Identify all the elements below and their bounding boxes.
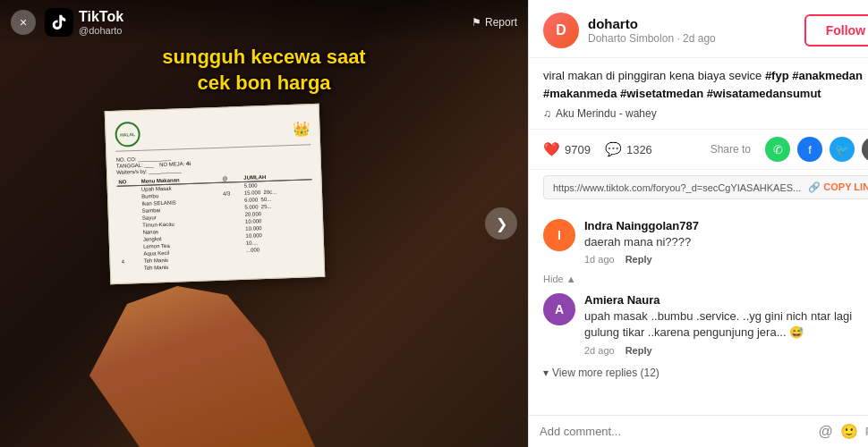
music-icon: ♫ bbox=[543, 107, 551, 120]
receipt-image: HALAL 👑 NO. CO: ___________ TANGGAL: ___… bbox=[105, 104, 326, 284]
comment-time: 2d ago bbox=[584, 345, 615, 356]
tiktok-handle: @doharto bbox=[79, 25, 123, 36]
reply-button[interactable]: Reply bbox=[625, 254, 652, 265]
follow-button[interactable]: Follow bbox=[804, 14, 868, 46]
user-info: doharto Doharto Simbolon · 2d ago bbox=[588, 16, 804, 45]
user-avatar: D bbox=[543, 13, 579, 48]
share-icons: ✆ f 🐦 ◎ bbox=[765, 137, 868, 162]
report-button[interactable]: ⚑ Report bbox=[472, 16, 517, 29]
copy-link-button[interactable]: 🔗 COPY LINK bbox=[808, 181, 868, 193]
comment-body: Indra Nainggolan787 daerah mana ni???? 1… bbox=[584, 219, 866, 265]
share-twitter-button[interactable]: 🐦 bbox=[830, 137, 855, 162]
share-link-row: https://www.tiktok.com/foryou?_d=secCgYI… bbox=[543, 175, 868, 199]
crown-icon: 👑 bbox=[292, 120, 311, 138]
stats-row: ❤️ 9709 💬 1326 Share to ✆ f 🐦 ◎ bbox=[529, 130, 868, 170]
hand-overlay bbox=[89, 268, 340, 447]
flag-icon: ⚑ bbox=[472, 16, 481, 29]
user-subtitle: Doharto Simbolon · 2d ago bbox=[588, 32, 804, 45]
user-header: D doharto Doharto Simbolon · 2d ago Foll… bbox=[529, 0, 868, 58]
tiktok-brand-name: TikTok bbox=[79, 9, 123, 25]
caption-text: viral makan di pinggiran kena biaya sevi… bbox=[543, 67, 868, 102]
reply-button[interactable]: Reply bbox=[625, 345, 652, 356]
share-label: Share to bbox=[711, 143, 751, 156]
mention-icon[interactable]: @ bbox=[819, 424, 833, 440]
video-panel: × TikTok @doharto ⚑ Report sungguh k bbox=[0, 0, 528, 447]
caption-area: viral makan di pinggiran kena biaya sevi… bbox=[529, 58, 868, 130]
comment-count: 1326 bbox=[626, 143, 652, 156]
right-panel: D doharto Doharto Simbolon · 2d ago Foll… bbox=[528, 0, 868, 447]
heart-icon: ❤️ bbox=[543, 141, 560, 157]
chevron-right-icon: ❯ bbox=[496, 215, 507, 232]
comment-text: upah masak ..bumbu .service. ..yg gini n… bbox=[584, 308, 863, 341]
comment-input-row: @ 🙂 Post bbox=[529, 415, 868, 447]
comment-item: I Indra Nainggolan787 daerah mana ni????… bbox=[529, 212, 868, 272]
music-line: ♫ Aku Merindu - wahey bbox=[543, 107, 868, 120]
comment-username: Amiera Naura bbox=[584, 293, 863, 307]
share-more-button[interactable]: ◎ bbox=[862, 137, 868, 162]
close-icon: × bbox=[20, 15, 27, 30]
music-text: Aku Merindu - wahey bbox=[556, 107, 657, 120]
tiktok-logo-area: TikTok @doharto bbox=[45, 8, 123, 37]
receipt-info: NO. CO: ___________ TANGGAL: ___ NO MEJA… bbox=[115, 150, 311, 175]
view-more-replies-button[interactable]: ▾ View more replies (12) bbox=[529, 363, 868, 383]
comment-time: 1d ago bbox=[584, 254, 615, 265]
comment-avatar: A bbox=[543, 293, 575, 325]
chevron-down-icon: ▾ bbox=[543, 367, 549, 379]
close-button[interactable]: × bbox=[11, 10, 36, 35]
username: doharto bbox=[588, 16, 804, 31]
hide-button[interactable]: Hide ▲ bbox=[529, 272, 868, 286]
comment-body: Amiera Naura upah masak ..bumbu .service… bbox=[584, 293, 863, 355]
receipt-table: NOMenu Makanan@JUMLAH Upah Masak5.000 Bu… bbox=[116, 172, 315, 273]
comment-meta: 2d ago Reply bbox=[584, 345, 863, 356]
comment-input[interactable] bbox=[540, 425, 812, 438]
halal-badge: HALAL bbox=[115, 122, 140, 148]
comments-area: I Indra Nainggolan787 daerah mana ni????… bbox=[529, 205, 868, 415]
tiktok-icon bbox=[45, 8, 73, 37]
video-overlay-text: sungguh kecewa saat cek bon harga bbox=[0, 45, 528, 96]
comment-meta: 1d ago Reply bbox=[584, 254, 866, 265]
comment-username: Indra Nainggolan787 bbox=[584, 219, 866, 232]
like-stat[interactable]: ❤️ 9709 bbox=[543, 141, 591, 157]
share-link-text: https://www.tiktok.com/foryou?_d=secCgYI… bbox=[553, 182, 801, 193]
comment-stat[interactable]: 💬 1326 bbox=[605, 141, 652, 157]
comment-icon: 💬 bbox=[605, 141, 622, 157]
like-count: 9709 bbox=[565, 143, 591, 156]
comment-item: A Amiera Naura upah masak ..bumbu .servi… bbox=[529, 286, 868, 362]
next-video-button[interactable]: ❯ bbox=[485, 207, 517, 240]
video-background: × TikTok @doharto ⚑ Report sungguh k bbox=[0, 0, 528, 447]
comment-avatar: I bbox=[543, 219, 575, 251]
share-whatsapp-button[interactable]: ✆ bbox=[765, 137, 790, 162]
emoji-icon[interactable]: 🙂 bbox=[840, 423, 858, 440]
time-ago: 2d ago bbox=[683, 32, 716, 45]
share-facebook-button[interactable]: f bbox=[797, 137, 822, 162]
video-topbar: × TikTok @doharto ⚑ Report bbox=[0, 0, 528, 45]
full-name: Doharto Simbolon bbox=[588, 32, 674, 45]
comment-text: daerah mana ni???? bbox=[584, 234, 866, 250]
